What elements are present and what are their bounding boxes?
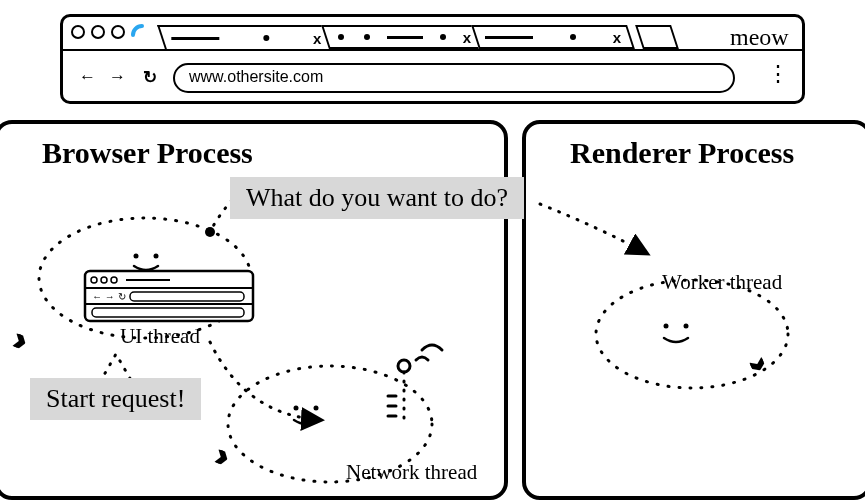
nav-toolbar: ← → ↻ www.othersite.com ⋮ xyxy=(63,53,802,103)
browser-window: x x x ← → ↻ www.othersite.com ⋮ xyxy=(60,14,805,104)
svg-point-21 xyxy=(596,280,788,388)
mini-browser-icon: ← → ↻ xyxy=(84,270,254,324)
back-button[interactable]: ← xyxy=(79,67,96,87)
antenna-icon xyxy=(382,342,452,422)
svg-point-22 xyxy=(664,324,669,329)
new-tab-button[interactable] xyxy=(635,25,679,49)
traffic-light-icon[interactable] xyxy=(71,25,85,39)
worker-thread-label: Worker thread xyxy=(662,270,782,295)
traffic-light-icon[interactable] xyxy=(111,25,125,39)
start-request-bubble: Start request! xyxy=(30,378,201,420)
svg-point-2 xyxy=(154,254,159,259)
decorative-label: meow xyxy=(730,24,789,51)
svg-point-17 xyxy=(398,360,410,372)
question-bubble: What do you want to do? xyxy=(230,177,524,219)
browser-process-title: Browser Process xyxy=(42,136,253,170)
svg-point-15 xyxy=(314,406,319,411)
ui-thread-label: UI thread xyxy=(120,324,200,349)
svg-point-23 xyxy=(684,324,689,329)
svg-point-14 xyxy=(294,406,299,411)
tab-close-icon[interactable]: x xyxy=(463,29,471,46)
motion-arrows-icon: ››› xyxy=(8,318,24,356)
tab-title-placeholder xyxy=(485,36,533,39)
tab-close-icon[interactable]: x xyxy=(613,29,621,46)
svg-text:← → ↻: ← → ↻ xyxy=(92,291,126,302)
browser-menu-icon[interactable]: ⋮ xyxy=(767,61,790,87)
browser-tab[interactable]: x xyxy=(157,25,335,49)
loading-spinner-icon xyxy=(131,24,153,46)
tab-strip: x x x xyxy=(63,17,802,53)
reload-button[interactable]: ↻ xyxy=(143,67,157,88)
renderer-process-box: Renderer Process Worker thread ››› xyxy=(522,120,865,500)
window-controls xyxy=(71,25,127,43)
traffic-light-icon[interactable] xyxy=(91,25,105,39)
address-bar[interactable]: www.othersite.com xyxy=(173,63,735,93)
forward-button[interactable]: → xyxy=(109,67,126,87)
browser-tab[interactable]: x xyxy=(471,25,635,49)
svg-point-1 xyxy=(134,254,139,259)
network-thread-label: Network thread xyxy=(346,460,477,485)
tab-close-icon[interactable]: x xyxy=(313,30,321,47)
tab-title-placeholder xyxy=(387,36,423,39)
tab-title-placeholder xyxy=(171,37,219,40)
browser-tab[interactable]: x xyxy=(321,25,485,49)
renderer-process-title: Renderer Process xyxy=(570,136,794,170)
